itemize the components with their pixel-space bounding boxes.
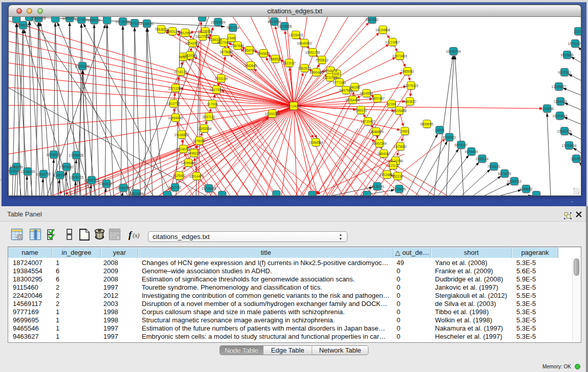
svg-text:10688609: 10688609 [369,130,384,134]
svg-text:9777169: 9777169 [333,81,346,84]
svg-text:1588520: 1588520 [269,57,282,61]
svg-text:6879197: 6879197 [454,143,468,147]
svg-text:2718176: 2718176 [174,70,187,74]
svg-text:9899695: 9899695 [420,122,433,126]
svg-text:3884067: 3884067 [377,152,390,156]
svg-text:12342757: 12342757 [36,172,51,176]
svg-text:62160: 62160 [387,102,396,106]
svg-text:11172: 11172 [574,30,581,33]
svg-text:1810755: 1810755 [167,102,180,105]
svg-text:2087682: 2087682 [365,18,379,21]
svg-text:18907249: 18907249 [372,142,387,145]
svg-text:15751074: 15751074 [568,42,581,46]
svg-text:1733426: 1733426 [393,187,406,191]
svg-text:18724007: 18724007 [287,104,301,108]
svg-text:7625402: 7625402 [172,174,186,178]
svg-text:10807487: 10807487 [370,97,385,100]
svg-text:16654945: 16654945 [168,116,183,120]
svg-text:1615132: 1615132 [386,164,400,167]
svg-text:14136141: 14136141 [370,185,385,188]
svg-text:16640910: 16640910 [297,41,312,45]
svg-text:12353594: 12353594 [197,127,212,130]
svg-text:1527602: 1527602 [75,18,88,21]
svg-text:3875685: 3875685 [220,50,233,54]
svg-text:7515526: 7515526 [140,22,154,26]
svg-text:9474444: 9474444 [465,150,478,154]
svg-text:3878352: 3878352 [192,139,206,143]
svg-text:98961: 98961 [179,55,188,59]
svg-text:1783505: 1783505 [10,165,23,169]
svg-text:9245652: 9245652 [519,187,533,191]
svg-text:(x): (x) [133,232,140,239]
svg-text:12156829: 12156829 [20,170,35,173]
svg-text:9329966: 9329966 [560,53,574,57]
svg-text:8990448: 8990448 [310,71,323,74]
svg-text:14099489: 14099489 [181,161,196,165]
svg-text:6497568: 6497568 [339,89,353,92]
svg-text:19651: 19651 [400,129,409,133]
svg-text:16046788: 16046788 [176,147,191,151]
svg-text:9660124: 9660124 [166,30,179,33]
svg-text:12505115: 12505115 [69,176,84,179]
svg-text:16154808: 16154808 [376,28,390,32]
svg-text:6466160: 6466160 [88,18,101,22]
svg-text:15716485: 15716485 [202,187,216,190]
svg-text:2367608: 2367608 [231,44,244,48]
svg-text:2603144: 2603144 [214,77,228,80]
svg-text:17957255: 17957255 [84,179,99,182]
svg-text:12093877: 12093877 [552,85,567,89]
svg-text:7986372: 7986372 [354,108,367,112]
svg-text:117004: 117004 [207,102,218,106]
svg-text:252214: 252214 [392,174,403,178]
svg-text:16327509: 16327509 [195,35,210,38]
svg-text:9646821: 9646821 [257,52,270,55]
svg-text:16210643: 16210643 [553,114,568,118]
svg-text:645: 645 [334,72,340,76]
svg-text:116753: 116753 [571,157,581,161]
svg-text:9427552: 9427552 [210,88,223,92]
svg-text:20053346: 20053346 [75,64,90,68]
svg-text:1975692: 1975692 [394,145,407,148]
svg-text:12213967: 12213967 [385,40,400,44]
svg-text:15300295: 15300295 [265,112,280,116]
svg-text:23975867: 23975867 [59,165,74,169]
svg-text:10973493: 10973493 [393,54,407,58]
svg-text:3822037: 3822037 [282,61,296,65]
svg-text:9463627: 9463627 [403,100,417,103]
svg-text:15692901: 15692901 [557,129,572,133]
svg-text:3824554: 3824554 [360,92,373,95]
svg-text:16543382: 16543382 [185,41,200,45]
svg-text:f: f [128,229,133,240]
svg-text:7857224: 7857224 [226,26,239,30]
svg-text:12823446: 12823446 [129,192,144,195]
svg-text:20691406: 20691406 [31,17,46,20]
svg-text:8471676: 8471676 [498,172,511,176]
svg-text:3215958: 3215958 [540,107,554,111]
svg-text:1362615: 1362615 [298,67,311,70]
svg-text:10654112: 10654112 [507,180,522,183]
svg-text:16782759: 16782759 [116,186,131,190]
svg-text:16961758: 16961758 [306,51,320,54]
svg-text:7632621: 7632621 [487,165,500,168]
svg-text:14055712: 14055712 [16,24,31,27]
svg-text:9327509: 9327509 [217,41,230,45]
svg-text:9457791: 9457791 [168,186,182,189]
svg-text:8454749: 8454749 [243,49,256,52]
svg-text:1145194: 1145194 [54,173,67,177]
svg-text:17359928: 17359928 [69,154,84,157]
svg-text:7485063: 7485063 [401,70,414,73]
svg-text:19384554: 19384554 [309,141,323,144]
svg-text:3242845: 3242845 [244,64,257,68]
svg-text:3267110: 3267110 [203,115,215,119]
svg-text:8813054: 8813054 [268,20,281,24]
svg-text:1546: 1546 [228,36,235,40]
svg-text:9227341: 9227341 [558,71,571,74]
svg-text:15720407: 15720407 [361,120,376,123]
svg-text:19166822: 19166822 [175,133,189,137]
svg-text:16120746: 16120746 [388,159,403,163]
svg-text:12975115: 12975115 [404,84,419,87]
svg-text:12213369: 12213369 [168,86,183,90]
svg-text:3498222: 3498222 [187,151,201,155]
svg-text:14095: 14095 [435,128,444,132]
svg-text:3915541: 3915541 [9,169,20,173]
